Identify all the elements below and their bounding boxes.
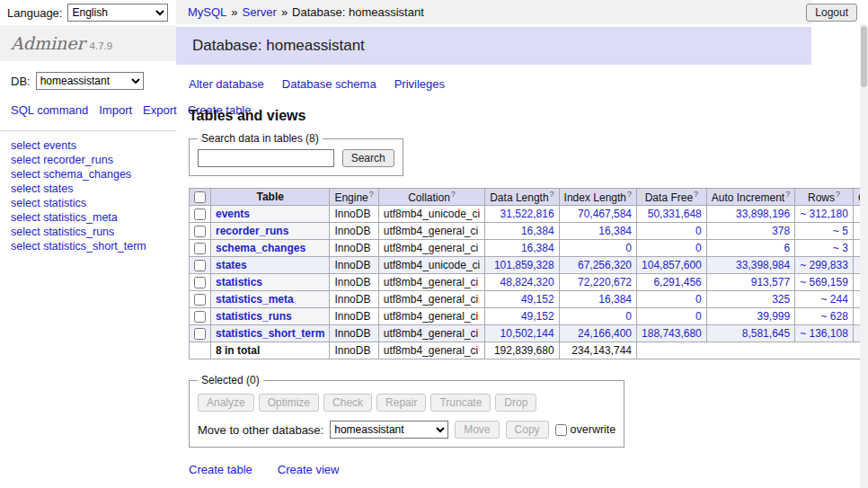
row-checkbox[interactable]: [194, 209, 206, 220]
row-checkbox[interactable]: [194, 260, 206, 271]
index-length-link[interactable]: 70,467,584: [578, 208, 632, 220]
bulk-action-button[interactable]: Drop: [495, 394, 536, 412]
row-checkbox[interactable]: [194, 294, 206, 306]
data-free-link[interactable]: 188,743,680: [642, 327, 702, 340]
data-free-link[interactable]: 50,331,648: [648, 208, 702, 220]
overwrite-checkbox[interactable]: [555, 424, 567, 436]
rows-link[interactable]: ~ 299,833: [800, 259, 848, 271]
table-name-link[interactable]: states: [216, 259, 247, 271]
sidebar-table-link[interactable]: select recorder_runs: [11, 154, 165, 167]
data-length-link[interactable]: 49,152: [521, 293, 554, 306]
sidebar-table-link[interactable]: select schema_changes: [11, 168, 165, 182]
sidebar-table-link[interactable]: select events: [11, 139, 165, 153]
data-free-link[interactable]: 0: [695, 310, 702, 323]
table-name-link[interactable]: statistics_runs: [216, 310, 292, 323]
table-name-link[interactable]: statistics_short_term: [216, 327, 324, 340]
search-button[interactable]: Search: [342, 149, 394, 167]
search-input[interactable]: [198, 149, 334, 167]
data-free-link[interactable]: 0: [695, 225, 702, 237]
move-button[interactable]: Move: [455, 421, 499, 439]
sidebar-table-link[interactable]: select statistics: [11, 197, 165, 210]
row-checkbox[interactable]: [194, 328, 206, 340]
data-length-link[interactable]: 16,384: [521, 242, 554, 254]
db-select[interactable]: homeassistant: [36, 72, 144, 90]
auto-increment-link[interactable]: 33,398,984: [736, 259, 790, 271]
logout-button[interactable]: Logout: [806, 4, 857, 22]
index-length-link[interactable]: 0: [625, 242, 632, 254]
bulk-action-button[interactable]: Repair: [376, 394, 426, 412]
row-checkbox[interactable]: [194, 226, 206, 237]
data-length-link[interactable]: 31,522,816: [500, 208, 554, 220]
data-free-link[interactable]: 0: [695, 242, 702, 254]
help-link[interactable]: ?: [451, 190, 456, 199]
auto-increment-link[interactable]: 378: [772, 225, 790, 237]
row-checkbox[interactable]: [194, 277, 206, 288]
bulk-action-button[interactable]: Optimize: [259, 394, 319, 412]
auto-increment-link[interactable]: 8,581,645: [742, 327, 790, 340]
rows-link[interactable]: ~ 569,159: [800, 276, 848, 288]
table-name-link[interactable]: statistics: [216, 276, 262, 288]
help-link[interactable]: ?: [369, 190, 374, 199]
rows-link[interactable]: ~ 312,180: [800, 208, 848, 220]
vertical-scrollbar[interactable]: [860, 24, 868, 488]
data-length-link[interactable]: 49,152: [521, 310, 554, 323]
sidebar-link[interactable]: Import: [99, 103, 132, 117]
create-link[interactable]: Create table: [189, 463, 252, 476]
database-action-link[interactable]: Database schema: [282, 77, 376, 91]
language-select[interactable]: English: [67, 4, 168, 22]
row-checkbox[interactable]: [194, 311, 206, 323]
table-name-link[interactable]: recorder_runs: [216, 225, 288, 237]
index-length-link[interactable]: 16,384: [598, 293, 632, 306]
auto-increment-link[interactable]: 6: [784, 242, 790, 254]
breadcrumb-link-mysql[interactable]: MySQL: [188, 5, 226, 19]
help-link[interactable]: ?: [627, 190, 632, 199]
help-link[interactable]: ?: [550, 190, 554, 199]
rows-link[interactable]: ~ 136,108: [800, 327, 848, 340]
row-checkbox[interactable]: [194, 243, 206, 254]
auto-increment-link[interactable]: 913,577: [751, 276, 790, 288]
index-length-link[interactable]: 16,384: [598, 225, 632, 237]
rows-link[interactable]: ~ 628: [821, 310, 848, 323]
data-length-link[interactable]: 10,502,144: [500, 327, 554, 340]
index-length-link[interactable]: 24,166,400: [578, 327, 632, 340]
table-name-link[interactable]: events: [216, 208, 250, 220]
auto-increment-link[interactable]: 39,999: [757, 310, 790, 323]
scrollbar-thumb[interactable]: [861, 26, 867, 87]
sidebar-link[interactable]: SQL command: [11, 103, 88, 117]
data-length-link[interactable]: 101,859,328: [494, 259, 554, 271]
data-length-link[interactable]: 16,384: [521, 225, 554, 237]
help-link[interactable]: ?: [836, 190, 840, 199]
bulk-action-button[interactable]: Analyze: [198, 394, 254, 412]
sidebar-link[interactable]: Export: [143, 103, 177, 117]
table-name-link[interactable]: schema_changes: [216, 242, 306, 254]
rows-link[interactable]: ~ 244: [821, 293, 848, 306]
sidebar-table-link[interactable]: select statistics_short_term: [11, 240, 165, 253]
create-link[interactable]: Create view: [278, 463, 340, 476]
auto-increment-link[interactable]: 33,898,196: [736, 208, 790, 220]
sidebar-table-link[interactable]: select statistics_meta: [11, 211, 165, 225]
breadcrumb-link-server[interactable]: Server: [243, 5, 277, 19]
app-version[interactable]: 4.7.9: [90, 40, 113, 51]
help-link[interactable]: ?: [785, 190, 790, 199]
move-db-select[interactable]: homeassistant: [330, 421, 448, 439]
data-free-link[interactable]: 0: [695, 293, 702, 306]
bulk-action-button[interactable]: Check: [323, 394, 372, 412]
select-all-checkbox[interactable]: [194, 191, 206, 203]
table-name-link[interactable]: statistics_meta: [216, 293, 294, 306]
sidebar-table-link[interactable]: select states: [11, 182, 165, 196]
index-length-link[interactable]: 0: [625, 310, 632, 323]
index-length-link[interactable]: 67,256,320: [578, 259, 632, 271]
index-length-link[interactable]: 72,220,672: [578, 276, 632, 288]
data-free-link[interactable]: 6,291,456: [653, 276, 701, 288]
sidebar-table-link[interactable]: select statistics_runs: [11, 226, 165, 239]
copy-button[interactable]: Copy: [506, 421, 549, 439]
rows-link[interactable]: ~ 5: [833, 225, 848, 237]
database-action-link[interactable]: Alter database: [189, 77, 264, 91]
data-free-link[interactable]: 104,857,600: [642, 259, 702, 271]
data-length-link[interactable]: 48,824,320: [500, 276, 554, 288]
bulk-action-button[interactable]: Truncate: [430, 394, 491, 412]
help-link[interactable]: ?: [694, 190, 698, 199]
database-action-link[interactable]: Privileges: [394, 77, 445, 91]
auto-increment-link[interactable]: 325: [772, 293, 790, 306]
rows-link[interactable]: ~ 3: [833, 242, 848, 254]
